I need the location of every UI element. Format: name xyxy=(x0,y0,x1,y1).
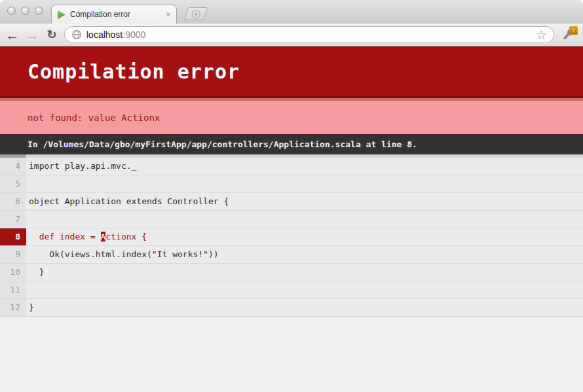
code-text xyxy=(26,175,583,192)
tab-close-icon[interactable]: × xyxy=(166,10,171,19)
code-text xyxy=(26,211,583,228)
reload-button[interactable]: ↻ xyxy=(45,29,59,41)
error-location: In /Volumes/Data/gbo/myFirstApp/app/cont… xyxy=(28,139,417,149)
line-number: 12 xyxy=(0,299,26,316)
play-framework-favicon-icon xyxy=(57,10,66,20)
page-title: Compilation error xyxy=(28,60,240,83)
url-port: :9000 xyxy=(122,29,145,40)
code-text: def index = Actionx { xyxy=(26,228,583,245)
code-line-row: 6 object Application extends Controller … xyxy=(0,193,583,211)
code-line-row: 8 def index = Actionx { xyxy=(0,228,583,246)
new-tab-button[interactable]: + xyxy=(184,7,208,20)
error-page: Compilation error not found: value Actio… xyxy=(0,46,583,392)
browser-tab[interactable]: Compilation error × xyxy=(51,5,177,24)
line-number: 7 xyxy=(0,211,26,228)
code-text: import play.api.mvc._ xyxy=(26,158,583,175)
line-number: 8 xyxy=(0,228,26,245)
code-text: } xyxy=(26,299,583,316)
window-controls xyxy=(7,7,43,15)
line-number: 10 xyxy=(0,264,26,281)
code-line-row: 11 xyxy=(0,281,583,299)
minimize-window-button[interactable] xyxy=(21,7,29,15)
wrench-menu-button[interactable]: ↑ xyxy=(559,26,578,43)
line-number: 9 xyxy=(0,246,26,263)
browser-toolbar: ← → ↻ localhost:9000 ☆ ↑ xyxy=(0,24,583,46)
code-line-row: 5 xyxy=(0,175,583,193)
url-host: localhost xyxy=(86,29,122,40)
address-bar[interactable]: localhost:9000 ☆ xyxy=(64,26,554,43)
line-number: 4 xyxy=(0,158,26,175)
plus-icon: + xyxy=(192,10,200,18)
back-button[interactable]: ← xyxy=(5,28,20,42)
zoom-window-button[interactable] xyxy=(35,7,43,15)
code-line-row: 10 } xyxy=(0,264,583,281)
browser-window: Compilation error × + ← → ↻ localhost:90… xyxy=(0,0,583,392)
bookmark-star-icon[interactable]: ☆ xyxy=(536,29,547,41)
forward-button[interactable]: → xyxy=(25,28,39,42)
tab-title: Compilation error xyxy=(70,10,162,19)
line-number: 5 xyxy=(0,175,26,192)
error-message-banner: not found: value Actionx xyxy=(0,98,583,134)
close-window-button[interactable] xyxy=(7,7,16,15)
code-line-row: 7 xyxy=(0,211,583,228)
code-line-row: 12 } xyxy=(0,299,583,317)
url-text[interactable]: localhost:9000 xyxy=(86,29,531,40)
line-number: 11 xyxy=(0,281,26,298)
code-text xyxy=(26,281,583,298)
code-text: } xyxy=(26,264,583,281)
code-line-row: 4 import play.api.mvc._ xyxy=(0,158,583,175)
error-location-bar: In /Volumes/Data/gbo/myFirstApp/app/cont… xyxy=(0,134,583,154)
code-text: object Application extends Controller { xyxy=(26,193,583,210)
error-header: Compilation error xyxy=(0,46,583,98)
update-badge-icon: ↑ xyxy=(569,26,578,35)
line-number: 6 xyxy=(0,193,26,210)
globe-icon xyxy=(71,29,82,40)
code-lines: 4 import play.api.mvc._ 5 6 object Appli… xyxy=(0,158,583,317)
titlebar: Compilation error × + xyxy=(0,0,583,24)
error-message: not found: value Actionx xyxy=(28,113,160,123)
code-text: Ok(views.html.index("It works!")) xyxy=(26,246,583,263)
source-code-block: 4 import play.api.mvc._ 5 6 object Appli… xyxy=(0,154,583,317)
code-line-row: 9 Ok(views.html.index("It works!")) xyxy=(0,246,583,264)
